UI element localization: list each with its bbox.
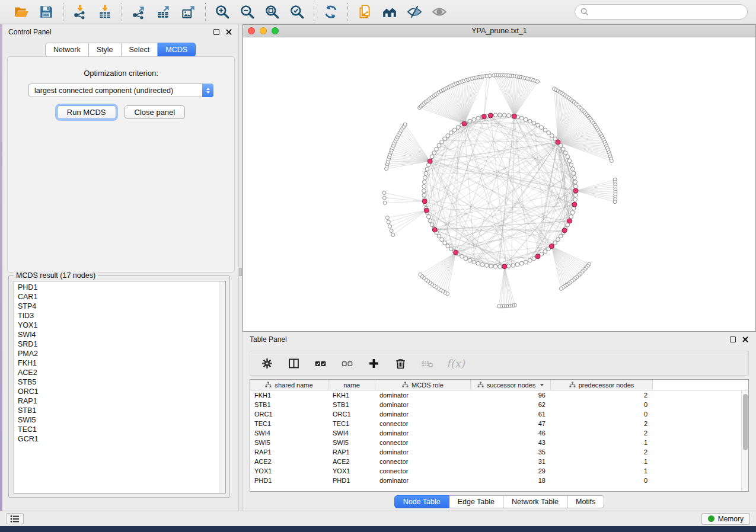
cell-role: dominator (375, 390, 471, 400)
mcds-result-item[interactable]: STB1 (18, 406, 225, 415)
zoom-out-icon[interactable] (238, 2, 257, 21)
column-header-predecessor-nodes[interactable]: predecessor nodes (551, 380, 653, 390)
network-graph[interactable] (243, 37, 755, 331)
table-row[interactable]: RAP1RAP1dominator352 (250, 447, 748, 457)
toggle-column-view-icon[interactable] (286, 356, 301, 370)
clone-network-icon[interactable] (355, 2, 374, 21)
close-table-panel-icon[interactable] (742, 336, 749, 343)
open-file-icon[interactable] (12, 2, 31, 21)
result-scrollbar[interactable] (219, 281, 225, 493)
mcds-result-item[interactable]: PMA2 (18, 349, 225, 358)
table-row[interactable]: FKH1FKH1dominator962 (250, 390, 748, 400)
close-panel-button[interactable]: Close panel (125, 105, 186, 119)
zoom-fit-icon[interactable] (263, 2, 282, 21)
import-network-icon[interactable] (71, 2, 90, 21)
panel-splitter[interactable] (238, 24, 243, 511)
mcds-result-item[interactable]: PHD1 (18, 283, 225, 292)
cell-succ: 46 (471, 428, 551, 438)
cell-shared_name: ORC1 (250, 409, 328, 419)
table-row[interactable]: SWI4SWI4dominator462 (250, 428, 748, 438)
float-panel-icon[interactable] (213, 29, 219, 35)
network-canvas[interactable] (243, 37, 755, 331)
mcds-result-item[interactable]: STB5 (18, 377, 225, 387)
table-row[interactable]: ORC1ORC1dominator610 (250, 409, 748, 419)
close-panel-icon[interactable] (225, 28, 232, 36)
delete-table-icon[interactable] (420, 356, 434, 370)
column-header-successor-nodes[interactable]: successor nodes (471, 380, 551, 390)
show-eye-icon[interactable] (430, 2, 449, 21)
tab-select[interactable]: Select (122, 43, 158, 57)
mcds-result-item[interactable]: ACE2 (18, 368, 225, 377)
tab-node-table[interactable]: Node Table (394, 495, 449, 508)
column-header-MCDS-role[interactable]: MCDS role (375, 380, 471, 390)
cell-succ: 43 (471, 438, 551, 447)
cell-shared_name: TEC1 (250, 419, 328, 428)
houses-icon[interactable] (380, 2, 399, 21)
panel-list-icon[interactable] (6, 513, 24, 524)
cell-succ: 61 (471, 409, 551, 419)
control-panel-tabs: Network Style Select MCDS (2, 43, 238, 57)
save-session-icon[interactable] (37, 2, 56, 21)
import-table-icon[interactable] (95, 2, 114, 21)
table-scrollbar-thumb[interactable] (743, 394, 748, 450)
mcds-result-item[interactable]: RAP1 (18, 396, 225, 406)
export-image-icon[interactable] (179, 2, 198, 21)
tab-style[interactable]: Style (89, 43, 122, 57)
hide-eye-icon[interactable] (405, 2, 424, 21)
table-panel-title: Table Panel (250, 335, 287, 344)
table-options-gear-icon[interactable] (260, 356, 274, 370)
tab-edge-table[interactable]: Edge Table (449, 495, 503, 508)
criterion-select[interactable]: largest connected component (undirected) (28, 84, 213, 97)
float-table-panel-icon[interactable] (730, 336, 736, 342)
mcds-result-item[interactable]: SWI5 (18, 415, 225, 425)
cell-name: ACE2 (328, 457, 375, 466)
table-row[interactable]: STB1STB1dominator620 (250, 400, 748, 409)
mcds-result-item[interactable]: CAR1 (18, 292, 225, 302)
mcds-result-item[interactable]: GCR1 (18, 434, 225, 444)
mcds-result-item[interactable]: FKH1 (18, 358, 225, 368)
cell-shared_name: YOX1 (250, 466, 328, 476)
mcds-result-item[interactable]: SRD1 (18, 339, 225, 349)
table-row[interactable]: ACE2ACE2connector311 (250, 457, 748, 466)
zoom-in-icon[interactable] (213, 2, 232, 21)
tab-network[interactable]: Network (45, 43, 89, 57)
delete-column-trash-icon[interactable] (393, 356, 407, 370)
export-network-icon[interactable] (129, 2, 148, 21)
cell-name: RAP1 (328, 447, 375, 457)
function-builder-icon[interactable]: f(x) (446, 357, 465, 370)
tab-network-table[interactable]: Network Table (503, 495, 567, 508)
cell-pred: 2 (551, 447, 653, 457)
export-table-icon[interactable] (154, 2, 173, 21)
tab-mcds[interactable]: MCDS (158, 43, 196, 57)
mcds-result-list[interactable]: PHD1CAR1STP4TID3YOX1SWI4SRD1PMA2FKH1ACE2… (14, 281, 226, 493)
cell-shared_name: SWI5 (250, 438, 328, 447)
table-row[interactable]: YOX1YOX1connector291 (250, 466, 748, 476)
zoom-selected-icon[interactable] (288, 2, 307, 21)
splitter-handle-icon[interactable] (239, 268, 242, 276)
network-window-titlebar[interactable]: YPA_prune.txt_1 (243, 25, 755, 37)
table-row[interactable]: PHD1PHD1dominator180 (250, 476, 748, 485)
table-row[interactable]: SWI5SWI5connector431 (250, 438, 748, 447)
mcds-result-item[interactable]: YOX1 (18, 321, 225, 330)
search-input[interactable] (575, 4, 748, 20)
mcds-result-item[interactable]: ORC1 (18, 387, 225, 396)
column-header-shared-name[interactable]: shared name (250, 380, 328, 390)
refresh-layout-icon[interactable] (321, 2, 340, 21)
mcds-result-item[interactable]: STP4 (18, 302, 225, 311)
memory-button[interactable]: Memory (701, 513, 750, 525)
deselect-all-rows-icon[interactable] (340, 356, 354, 370)
add-column-icon[interactable] (366, 356, 381, 370)
column-header-name[interactable]: name (328, 380, 375, 390)
mcds-result-item[interactable]: SWI4 (18, 330, 225, 339)
cell-role: connector (375, 419, 471, 428)
mcds-result-item[interactable]: TID3 (18, 311, 225, 321)
cell-pred: 2 (551, 390, 653, 400)
table-scrollbar[interactable] (741, 391, 748, 491)
table-body: FKH1FKH1dominator962STB1STB1dominator620… (250, 390, 748, 485)
run-mcds-button[interactable]: Run MCDS (57, 105, 116, 119)
mcds-result-item[interactable]: TEC1 (18, 425, 225, 434)
select-all-rows-icon[interactable] (313, 356, 327, 370)
table-row[interactable]: TEC1TEC1connector472 (250, 419, 748, 428)
tab-motifs[interactable]: Motifs (567, 495, 604, 508)
cell-shared_name: SWI4 (250, 428, 328, 438)
